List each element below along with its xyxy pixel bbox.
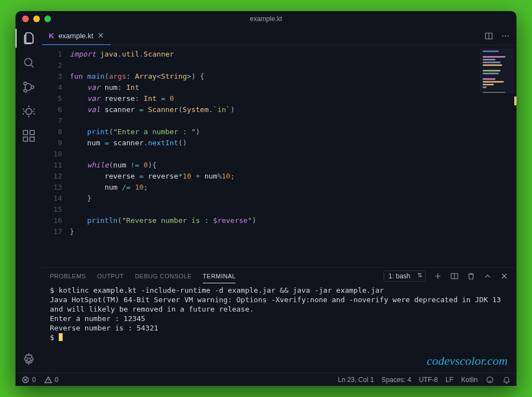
- kill-terminal-icon[interactable]: [467, 272, 475, 281]
- svg-point-3: [31, 86, 34, 89]
- debug-icon[interactable]: [22, 104, 36, 119]
- svg-rect-5: [23, 130, 28, 135]
- status-indentation[interactable]: Spaces: 4: [382, 376, 411, 384]
- svg-point-11: [502, 35, 503, 36]
- panel-tab-terminal[interactable]: TERMINAL: [203, 269, 236, 283]
- explorer-icon[interactable]: [22, 31, 36, 45]
- settings-gear-icon[interactable]: [22, 353, 36, 367]
- status-notifications-icon[interactable]: [502, 375, 511, 384]
- panel-tab-debug-console[interactable]: DEBUG CONSOLE: [135, 269, 191, 283]
- main-area: K example.kt ✕ 1234567891011121314151617…: [42, 27, 516, 373]
- tab-filename: example.kt: [58, 32, 93, 40]
- window-body: K example.kt ✕ 1234567891011121314151617…: [16, 27, 516, 373]
- titlebar: example.kt: [16, 11, 516, 27]
- status-bar: 0 0 Ln 23, Col 1 Spaces: 4 UTF-8 LF Kotl…: [16, 373, 516, 386]
- status-cursor-pos[interactable]: Ln 23, Col 1: [338, 376, 374, 384]
- svg-point-1: [24, 82, 27, 85]
- svg-rect-7: [30, 137, 34, 141]
- watermark-text: codevscolor.com: [427, 354, 508, 368]
- svg-point-16: [487, 376, 493, 383]
- panel-tab-problems[interactable]: PROBLEMS: [50, 269, 86, 283]
- panel-tab-output[interactable]: OUTPUT: [97, 269, 124, 283]
- more-actions-icon[interactable]: [501, 32, 510, 40]
- svg-point-0: [24, 58, 32, 65]
- close-tab-icon[interactable]: ✕: [98, 31, 104, 40]
- new-terminal-icon[interactable]: [433, 272, 442, 281]
- terminal-selector[interactable]: 1: bash: [383, 271, 426, 282]
- activity-bar: [16, 27, 42, 373]
- overview-ruler-marker: [514, 96, 516, 105]
- bottom-panel: PROBLEMS OUTPUT DEBUG CONSOLE TERMINAL 1…: [42, 267, 516, 373]
- svg-point-12: [505, 35, 506, 36]
- search-icon[interactable]: [22, 55, 36, 70]
- editor-tabs: K example.kt ✕: [42, 27, 516, 45]
- tab-example-kt[interactable]: K example.kt ✕: [42, 27, 111, 45]
- extensions-icon[interactable]: [22, 129, 36, 143]
- code-content[interactable]: import java.util.Scanner fun main(args: …: [68, 45, 516, 267]
- warning-icon: [44, 375, 53, 384]
- split-editor-icon[interactable]: [484, 32, 493, 40]
- code-editor[interactable]: 1234567891011121314151617 import java.ut…: [42, 45, 516, 267]
- terminal-select-dropdown[interactable]: 1: bash: [383, 271, 426, 282]
- close-panel-icon[interactable]: [500, 272, 509, 281]
- window-title: example.kt: [16, 15, 516, 23]
- kotlin-file-icon: K: [49, 32, 54, 40]
- panel-tabs: PROBLEMS OUTPUT DEBUG CONSOLE TERMINAL 1…: [42, 268, 516, 284]
- svg-point-13: [508, 35, 509, 36]
- tab-actions: [484, 27, 516, 45]
- source-control-icon[interactable]: [22, 80, 36, 94]
- svg-rect-8: [30, 130, 34, 135]
- status-errors[interactable]: 0: [21, 375, 36, 384]
- status-feedback-icon[interactable]: [485, 375, 494, 384]
- svg-rect-6: [23, 137, 28, 141]
- svg-point-2: [24, 89, 27, 92]
- svg-point-4: [26, 109, 32, 115]
- svg-point-9: [27, 358, 31, 362]
- maximize-panel-icon[interactable]: [483, 272, 492, 281]
- status-encoding[interactable]: UTF-8: [419, 376, 438, 384]
- status-eol[interactable]: LF: [446, 376, 453, 384]
- status-warnings[interactable]: 0: [44, 375, 59, 384]
- split-terminal-icon[interactable]: [450, 272, 459, 281]
- status-language[interactable]: Kotlin: [461, 376, 478, 384]
- minimap[interactable]: [480, 49, 513, 93]
- line-gutter: 1234567891011121314151617: [42, 45, 68, 267]
- error-icon: [21, 375, 30, 384]
- vscode-window: example.kt: [16, 11, 516, 386]
